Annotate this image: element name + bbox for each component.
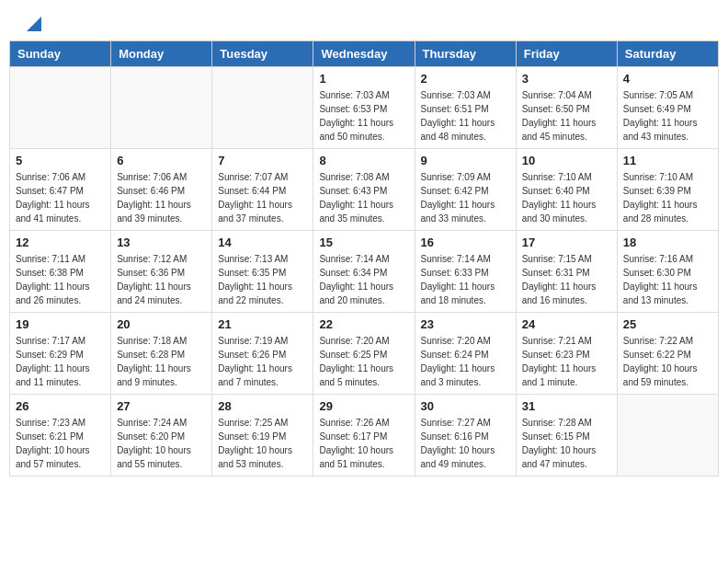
day-number: 24 xyxy=(522,317,611,331)
calendar-week-row: 5Sunrise: 7:06 AM Sunset: 6:47 PM Daylig… xyxy=(10,149,719,231)
calendar-day-cell: 11Sunrise: 7:10 AM Sunset: 6:39 PM Dayli… xyxy=(617,149,718,231)
day-number: 3 xyxy=(522,72,611,86)
day-info: Sunrise: 7:14 AM Sunset: 6:33 PM Dayligh… xyxy=(421,252,510,307)
calendar-wrapper: SundayMondayTuesdayWednesdayThursdayFrid… xyxy=(0,40,728,486)
calendar-day-cell: 31Sunrise: 7:28 AM Sunset: 6:15 PM Dayli… xyxy=(516,395,617,477)
day-info: Sunrise: 7:13 AM Sunset: 6:35 PM Dayligh… xyxy=(218,252,307,307)
day-info: Sunrise: 7:24 AM Sunset: 6:20 PM Dayligh… xyxy=(117,416,206,471)
day-number: 30 xyxy=(421,399,510,413)
calendar-day-header: Sunday xyxy=(10,41,111,67)
calendar-day-header: Saturday xyxy=(617,41,718,67)
calendar-day-cell: 13Sunrise: 7:12 AM Sunset: 6:36 PM Dayli… xyxy=(111,231,212,313)
calendar-day-cell: 16Sunrise: 7:14 AM Sunset: 6:33 PM Dayli… xyxy=(415,231,516,313)
day-number: 15 xyxy=(319,236,408,249)
day-info: Sunrise: 7:21 AM Sunset: 6:23 PM Dayligh… xyxy=(522,334,611,389)
day-info: Sunrise: 7:20 AM Sunset: 6:24 PM Dayligh… xyxy=(421,334,510,389)
day-info: Sunrise: 7:05 AM Sunset: 6:49 PM Dayligh… xyxy=(623,88,712,144)
day-info: Sunrise: 7:07 AM Sunset: 6:44 PM Dayligh… xyxy=(218,170,307,225)
calendar-day-header: Tuesday xyxy=(212,41,313,67)
day-info: Sunrise: 7:04 AM Sunset: 6:50 PM Dayligh… xyxy=(522,88,611,144)
day-number: 25 xyxy=(623,317,712,331)
day-number: 31 xyxy=(522,399,611,413)
day-number: 7 xyxy=(218,154,307,167)
day-number: 2 xyxy=(421,72,510,86)
day-info: Sunrise: 7:11 AM Sunset: 6:38 PM Dayligh… xyxy=(16,252,105,307)
calendar-day-cell: 10Sunrise: 7:10 AM Sunset: 6:40 PM Dayli… xyxy=(516,149,617,231)
calendar-day-cell: 22Sunrise: 7:20 AM Sunset: 6:25 PM Dayli… xyxy=(313,313,415,395)
day-info: Sunrise: 7:20 AM Sunset: 6:25 PM Dayligh… xyxy=(319,334,408,389)
day-number: 13 xyxy=(117,236,206,249)
day-number: 19 xyxy=(16,317,105,331)
day-number: 12 xyxy=(16,236,105,249)
calendar-day-cell: 5Sunrise: 7:06 AM Sunset: 6:47 PM Daylig… xyxy=(10,149,111,231)
day-info: Sunrise: 7:19 AM Sunset: 6:26 PM Dayligh… xyxy=(218,334,307,389)
day-number: 21 xyxy=(218,317,307,331)
calendar-day-cell: 23Sunrise: 7:20 AM Sunset: 6:24 PM Dayli… xyxy=(415,313,516,395)
day-number: 16 xyxy=(421,236,510,249)
day-number: 18 xyxy=(623,236,712,249)
calendar-day-cell: 7Sunrise: 7:07 AM Sunset: 6:44 PM Daylig… xyxy=(212,149,313,231)
calendar-day-cell: 19Sunrise: 7:17 AM Sunset: 6:29 PM Dayli… xyxy=(10,313,111,395)
calendar-week-row: 12Sunrise: 7:11 AM Sunset: 6:38 PM Dayli… xyxy=(10,231,719,313)
day-number: 11 xyxy=(623,154,712,167)
day-info: Sunrise: 7:23 AM Sunset: 6:21 PM Dayligh… xyxy=(16,416,105,471)
day-number: 22 xyxy=(319,317,408,331)
calendar-day-cell xyxy=(617,395,718,477)
calendar-day-cell: 14Sunrise: 7:13 AM Sunset: 6:35 PM Dayli… xyxy=(212,231,313,313)
day-number: 29 xyxy=(319,399,408,413)
day-number: 28 xyxy=(218,399,307,413)
calendar-day-header: Wednesday xyxy=(313,41,415,67)
day-number: 10 xyxy=(522,154,611,167)
calendar-day-cell: 6Sunrise: 7:06 AM Sunset: 6:46 PM Daylig… xyxy=(111,149,212,231)
calendar-week-row: 26Sunrise: 7:23 AM Sunset: 6:21 PM Dayli… xyxy=(10,395,719,477)
calendar-day-cell: 1Sunrise: 7:03 AM Sunset: 6:53 PM Daylig… xyxy=(313,67,415,149)
day-info: Sunrise: 7:18 AM Sunset: 6:28 PM Dayligh… xyxy=(117,334,206,389)
calendar-day-cell xyxy=(10,67,111,149)
calendar-day-cell: 8Sunrise: 7:08 AM Sunset: 6:43 PM Daylig… xyxy=(313,149,415,231)
calendar-day-cell: 9Sunrise: 7:09 AM Sunset: 6:42 PM Daylig… xyxy=(415,149,516,231)
day-number: 23 xyxy=(421,317,510,331)
calendar-week-row: 1Sunrise: 7:03 AM Sunset: 6:53 PM Daylig… xyxy=(10,67,719,149)
day-number: 1 xyxy=(319,72,408,86)
calendar-day-cell: 4Sunrise: 7:05 AM Sunset: 6:49 PM Daylig… xyxy=(617,67,718,149)
page-header xyxy=(0,0,728,40)
calendar-day-cell: 27Sunrise: 7:24 AM Sunset: 6:20 PM Dayli… xyxy=(111,395,212,477)
calendar-day-cell xyxy=(111,67,212,149)
calendar-day-cell: 20Sunrise: 7:18 AM Sunset: 6:28 PM Dayli… xyxy=(111,313,212,395)
day-info: Sunrise: 7:16 AM Sunset: 6:30 PM Dayligh… xyxy=(623,252,712,307)
day-info: Sunrise: 7:09 AM Sunset: 6:42 PM Dayligh… xyxy=(421,170,510,225)
day-info: Sunrise: 7:14 AM Sunset: 6:34 PM Dayligh… xyxy=(319,252,408,307)
day-info: Sunrise: 7:25 AM Sunset: 6:19 PM Dayligh… xyxy=(218,416,307,471)
day-info: Sunrise: 7:08 AM Sunset: 6:43 PM Dayligh… xyxy=(319,170,408,225)
day-number: 17 xyxy=(522,236,611,249)
day-number: 27 xyxy=(117,399,206,413)
svg-marker-0 xyxy=(27,17,41,31)
day-number: 9 xyxy=(421,154,510,167)
logo-triangle-icon xyxy=(27,17,41,31)
calendar-day-cell: 2Sunrise: 7:03 AM Sunset: 6:51 PM Daylig… xyxy=(415,67,516,149)
day-number: 26 xyxy=(16,399,105,413)
calendar-day-cell: 29Sunrise: 7:26 AM Sunset: 6:17 PM Dayli… xyxy=(313,395,415,477)
day-info: Sunrise: 7:06 AM Sunset: 6:47 PM Dayligh… xyxy=(16,170,105,225)
calendar-day-cell xyxy=(212,67,313,149)
day-info: Sunrise: 7:03 AM Sunset: 6:53 PM Dayligh… xyxy=(319,88,408,144)
day-info: Sunrise: 7:15 AM Sunset: 6:31 PM Dayligh… xyxy=(522,252,611,307)
day-number: 4 xyxy=(623,72,712,86)
calendar-day-cell: 17Sunrise: 7:15 AM Sunset: 6:31 PM Dayli… xyxy=(516,231,617,313)
calendar-day-cell: 26Sunrise: 7:23 AM Sunset: 6:21 PM Dayli… xyxy=(10,395,111,477)
calendar-day-cell: 28Sunrise: 7:25 AM Sunset: 6:19 PM Dayli… xyxy=(212,395,313,477)
day-info: Sunrise: 7:17 AM Sunset: 6:29 PM Dayligh… xyxy=(16,334,105,389)
calendar-day-cell: 24Sunrise: 7:21 AM Sunset: 6:23 PM Dayli… xyxy=(516,313,617,395)
day-info: Sunrise: 7:28 AM Sunset: 6:15 PM Dayligh… xyxy=(522,416,611,471)
day-info: Sunrise: 7:22 AM Sunset: 6:22 PM Dayligh… xyxy=(623,334,712,389)
calendar-week-row: 19Sunrise: 7:17 AM Sunset: 6:29 PM Dayli… xyxy=(10,313,719,395)
day-info: Sunrise: 7:26 AM Sunset: 6:17 PM Dayligh… xyxy=(319,416,408,471)
day-info: Sunrise: 7:03 AM Sunset: 6:51 PM Dayligh… xyxy=(421,88,510,144)
day-number: 6 xyxy=(117,154,206,167)
calendar-table: SundayMondayTuesdayWednesdayThursdayFrid… xyxy=(9,40,719,477)
calendar-header-row: SundayMondayTuesdayWednesdayThursdayFrid… xyxy=(10,41,719,67)
calendar-day-header: Friday xyxy=(516,41,617,67)
day-info: Sunrise: 7:10 AM Sunset: 6:40 PM Dayligh… xyxy=(522,170,611,225)
calendar-day-cell: 3Sunrise: 7:04 AM Sunset: 6:50 PM Daylig… xyxy=(516,67,617,149)
day-info: Sunrise: 7:27 AM Sunset: 6:16 PM Dayligh… xyxy=(421,416,510,471)
